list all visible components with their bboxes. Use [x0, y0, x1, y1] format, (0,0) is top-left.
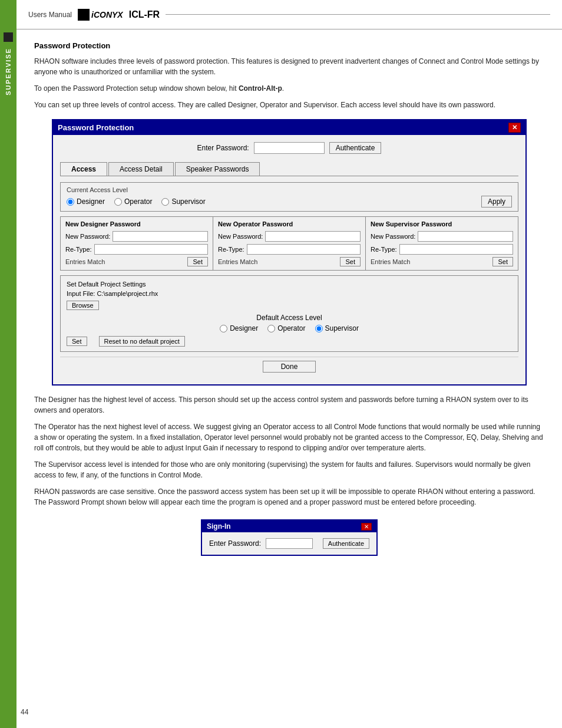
operator-password-section: New Operator Password New Password: Re-T…	[213, 216, 365, 271]
default-supervisor-radio[interactable]	[315, 325, 323, 332]
para1: RHAON software includes three levels of …	[34, 56, 544, 77]
para4: The Designer has the highest level of ac…	[34, 394, 544, 416]
designer-entries-match: Entries Match	[65, 258, 105, 265]
para6: The Supervisor access level is intended …	[34, 459, 544, 480]
supervisor-retype-row: Re-Type:	[371, 244, 513, 255]
enter-password-label: Enter Password:	[197, 144, 249, 152]
operator-new-pw-row: New Password:	[218, 231, 361, 242]
default-access-radio-row: Designer Operator Supervisor	[67, 324, 512, 332]
logo-model: ICL-FR	[129, 9, 160, 20]
logo-icon	[78, 9, 90, 21]
password-columns: New Designer Password New Password: Re-T…	[60, 216, 518, 271]
operator-set-button[interactable]: Set	[340, 257, 361, 266]
designer-radio[interactable]	[67, 198, 74, 206]
sidebar-square-top	[4, 32, 13, 42]
supervisor-new-pw-input[interactable]	[418, 231, 513, 242]
default-designer-label: Designer	[230, 324, 258, 332]
reset-default-button[interactable]: Reset to no default project	[99, 336, 185, 347]
supervisor-new-pw-label: New Password:	[371, 233, 415, 240]
authenticate-button[interactable]: Authenticate	[329, 142, 382, 154]
default-operator-label: Operator	[277, 324, 305, 332]
operator-new-pw-input[interactable]	[265, 231, 361, 242]
default-operator-radio-group: Operator	[267, 324, 305, 332]
input-file-value: C:\sample\project.rhx	[97, 290, 158, 297]
sidebar-section-label: SUPERVISE	[5, 48, 12, 95]
operator-retype-label: Re-Type:	[218, 246, 244, 253]
password-protection-dialog: Password Protection ✕ Enter Password: Au…	[52, 119, 527, 386]
signin-password-label: Enter Password:	[209, 539, 261, 548]
default-project-section: Set Default Project Settings Input File:…	[60, 275, 518, 352]
designer-radio-group: Designer	[67, 197, 105, 206]
para7: RHAON passwords are case sensitive. Once…	[34, 486, 544, 508]
supervisor-entries-match-row: Entries Match Set	[371, 257, 513, 266]
supervisor-pw-title: New Supervisor Password	[371, 220, 513, 228]
top-header: Users Manual iCONYX ICL-FR	[16, 0, 562, 29]
designer-new-pw-row: New Password:	[65, 231, 208, 242]
default-set-button[interactable]: Set	[67, 337, 87, 346]
designer-retype-label: Re-Type:	[65, 246, 92, 253]
enter-password-row: Enter Password: Authenticate	[60, 142, 518, 154]
operator-entries-match-row: Entries Match Set	[218, 257, 361, 266]
supervisor-new-pw-row: New Password:	[371, 231, 513, 242]
supervisor-retype-label: Re-Type:	[371, 246, 397, 253]
input-file-label: Input File:	[67, 290, 95, 297]
dialog-title: Password Protection	[58, 123, 134, 132]
designer-retype-input[interactable]	[94, 244, 208, 255]
default-designer-radio-group: Designer	[220, 324, 258, 332]
supervisor-entries-match: Entries Match	[371, 258, 410, 265]
designer-password-section: New Designer Password New Password: Re-T…	[60, 216, 213, 271]
designer-entries-match-row: Entries Match Set	[65, 257, 208, 266]
default-operator-radio[interactable]	[267, 325, 275, 332]
operator-pw-title: New Operator Password	[218, 220, 361, 228]
operator-new-pw-label: New Password:	[218, 233, 263, 240]
default-access-label: Default Access Level	[67, 314, 512, 322]
main-content: Password Protection RHAON software inclu…	[16, 29, 562, 579]
supervisor-radio-label: Supervisor	[171, 197, 205, 206]
done-row: Done	[60, 357, 518, 377]
designer-retype-row: Re-Type:	[65, 244, 208, 255]
supervisor-set-button[interactable]: Set	[492, 257, 513, 266]
signin-password-input[interactable]	[266, 538, 313, 549]
operator-retype-row: Re-Type:	[218, 244, 361, 255]
password-input[interactable]	[254, 142, 325, 154]
tab-access-detail[interactable]: Access Detail	[108, 162, 174, 176]
signin-authenticate-button[interactable]: Authenticate	[323, 538, 369, 549]
page-number: 44	[21, 708, 28, 716]
supervisor-radio[interactable]	[161, 198, 169, 206]
dialog-titlebar: Password Protection ✕	[53, 120, 525, 135]
default-supervisor-label: Supervisor	[325, 324, 359, 332]
default-supervisor-radio-group: Supervisor	[315, 324, 359, 332]
default-set-row: Set Reset to no default project	[67, 336, 512, 347]
left-sidebar: SUPERVISE	[0, 0, 16, 728]
tab-access[interactable]: Access	[60, 162, 107, 176]
signin-dialog: Sign-In ✕ Enter Password: Authenticate	[201, 519, 378, 556]
operator-radio-group: Operator	[114, 197, 152, 206]
signin-titlebar: Sign-In ✕	[202, 521, 376, 532]
supervisor-password-section: New Supervisor Password New Password: Re…	[365, 216, 518, 271]
signin-close-button[interactable]: ✕	[361, 523, 372, 531]
input-file-row: Input File: C:\sample\project.rhx	[67, 290, 512, 297]
signin-title: Sign-In	[207, 522, 231, 531]
para2-bold: Control-Alt-p	[239, 84, 282, 93]
manual-label: Users Manual	[28, 11, 72, 19]
para2: To open the Password Protection setup wi…	[34, 83, 544, 94]
supervisor-retype-input[interactable]	[399, 244, 513, 255]
current-access-label: Current Access Level	[67, 186, 512, 193]
operator-retype-input[interactable]	[247, 244, 361, 255]
section-title: Password Protection	[34, 41, 544, 50]
apply-button[interactable]: Apply	[481, 196, 512, 207]
done-button[interactable]: Done	[263, 361, 316, 373]
operator-radio[interactable]	[114, 198, 122, 206]
designer-set-button[interactable]: Set	[187, 257, 208, 266]
logo-text: iCONYX	[91, 10, 123, 19]
tab-speaker-passwords[interactable]: Speaker Passwords	[175, 162, 260, 176]
supervisor-radio-group: Supervisor	[161, 197, 205, 206]
signin-body: Enter Password: Authenticate	[202, 532, 376, 555]
dialog-close-button[interactable]: ✕	[508, 123, 521, 133]
designer-radio-label: Designer	[77, 197, 105, 206]
designer-new-pw-input[interactable]	[113, 231, 208, 242]
default-project-title: Set Default Project Settings	[67, 281, 512, 288]
default-designer-radio[interactable]	[220, 325, 227, 332]
browse-button[interactable]: Browse	[67, 301, 99, 310]
dialog-body: Enter Password: Authenticate Access Acce…	[53, 135, 525, 384]
